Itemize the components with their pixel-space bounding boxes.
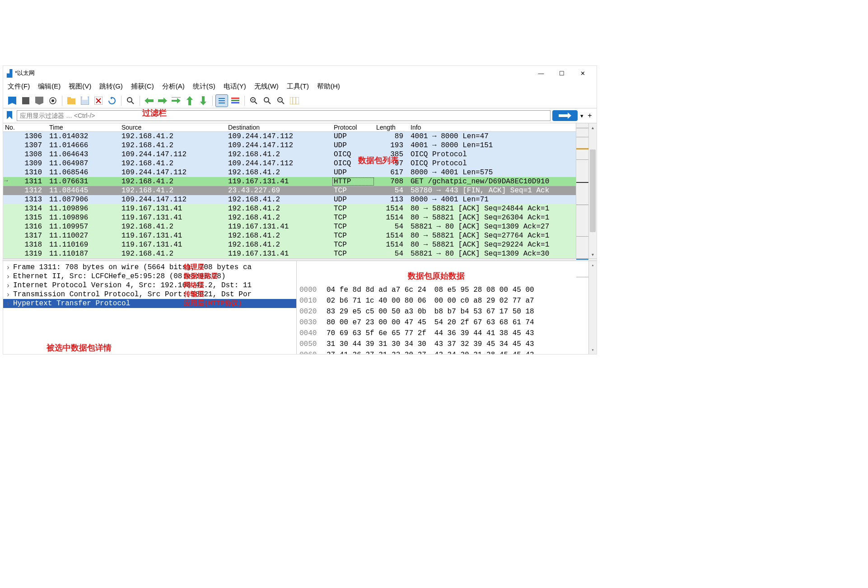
table-row[interactable]: 131911.110187192.168.41.2119.167.131.41T… [3,249,576,258]
table-row[interactable]: 131211.084645192.168.41.223.43.227.69TCP… [3,186,576,195]
resize-columns-icon[interactable] [288,94,301,107]
hex-row[interactable]: 001002 b6 71 1c 40 00 80 06 00 00 c0 a8 … [299,295,586,306]
col-header-time[interactable]: Time [47,123,120,131]
annotation-details: 被选中数据包详情 [47,342,112,353]
hex-row[interactable]: 000004 fe 8d 8d ad a7 6c 24 08 e5 95 28 … [299,285,586,295]
menu-capture[interactable]: 捕获(C) [131,82,154,91]
minimap[interactable] [576,123,588,258]
col-header-length[interactable]: Length [374,123,405,131]
minimize-button[interactable]: — [531,66,551,80]
hex-scrollbar[interactable]: ▴ ▾ [588,261,597,354]
scroll-up-icon[interactable]: ▴ [589,261,597,269]
menu-tools[interactable]: 工具(T) [287,82,309,91]
col-header-protocol[interactable]: Protocol [332,123,374,131]
svg-line-32 [282,102,284,104]
detail-row[interactable]: ›Frame 1311: 708 bytes on wire (5664 bit… [3,263,296,272]
colorize-icon[interactable] [229,94,242,107]
table-row[interactable]: 130811.064643109.244.147.112192.168.41.2… [3,150,576,159]
scroll-up-icon[interactable]: ▴ [589,123,597,131]
menu-wireless[interactable]: 无线(W) [254,82,279,91]
detail-row[interactable]: ›Transmission Control Protocol, Src Port… [3,290,296,299]
table-row[interactable]: 130711.014666192.168.41.2109.244.147.112… [3,141,576,150]
save-icon[interactable] [79,94,91,107]
caret-right-icon: › [6,273,10,281]
capture-options-icon[interactable] [47,94,59,107]
bookmark-icon[interactable] [6,111,15,120]
col-header-source[interactable]: Source [120,123,226,131]
filterbar: ▾ + 过滤栏 [3,108,597,123]
restart-capture-icon[interactable] [33,94,46,107]
display-filter-input[interactable] [17,110,551,121]
go-to-packet-icon[interactable] [170,94,182,107]
table-row[interactable]: 131811.110169119.167.131.41192.168.41.2T… [3,240,576,249]
go-back-icon[interactable] [143,94,155,107]
detail-text: Hypertext Transfer Protocol [13,299,130,308]
detail-row[interactable]: ›Hypertext Transfer Protocol应用层(HTTP协议) [3,299,296,308]
table-row[interactable]: 131611.109957192.168.41.2119.167.131.41T… [3,222,576,231]
table-row[interactable]: →131111.076631192.168.41.2119.167.131.41… [3,177,576,186]
zoom-in-icon[interactable] [247,94,260,107]
svg-rect-22 [231,98,239,99]
packet-list-scrollbar[interactable]: ▴ ▾ [588,123,597,258]
scroll-down-icon[interactable]: ▾ [589,250,597,258]
menu-help[interactable]: 帮助(H) [317,82,340,91]
svg-marker-18 [200,96,206,105]
menu-file[interactable]: 文件(F) [8,82,30,91]
table-row[interactable]: 131311.087906109.244.147.112192.168.41.2… [3,195,576,204]
hex-row[interactable]: 002083 29 e5 c5 00 50 a3 0b b8 b7 b4 53 … [299,306,586,317]
apply-filter-button[interactable] [552,110,578,121]
go-first-icon[interactable] [183,94,196,107]
table-row[interactable]: 130611.014032192.168.41.2109.244.147.112… [3,132,576,141]
add-filter-button[interactable]: + [586,112,594,120]
scrollbar-thumb[interactable] [590,149,596,232]
table-row[interactable]: 131511.109896119.167.131.41192.168.41.2T… [3,213,576,222]
current-packet-arrow-icon: → [4,177,8,184]
col-header-no[interactable]: No. [3,123,47,131]
go-forward-icon[interactable] [156,94,169,107]
start-capture-icon[interactable] [6,94,19,107]
packet-bytes[interactable]: 000004 fe 8d 8d ad a7 6c 24 08 e5 95 28 … [297,261,588,354]
detail-text: Internet Protocol Version 4, Src: 192.16… [13,281,252,289]
close-button[interactable]: ✕ [572,66,593,80]
detail-row[interactable]: ›Internet Protocol Version 4, Src: 192.1… [3,281,296,290]
find-icon[interactable] [124,94,137,107]
menu-analyze[interactable]: 分析(A) [162,82,185,91]
open-file-icon[interactable] [65,94,78,107]
maximize-button[interactable]: ☐ [551,66,572,80]
svg-line-30 [268,102,271,104]
hex-row[interactable]: 004070 69 63 5f 6e 65 77 2f 44 36 39 44 … [299,328,586,339]
col-header-destination[interactable]: Destination [226,123,332,131]
hex-row[interactable]: 005031 30 44 39 31 30 34 30 43 37 32 39 … [299,339,586,350]
close-file-icon[interactable] [92,94,105,107]
table-row[interactable]: 131411.109896119.167.131.41192.168.41.2T… [3,204,576,213]
reload-icon[interactable] [106,94,118,107]
menu-view[interactable]: 视图(V) [69,82,91,91]
menu-statistics[interactable]: 统计(S) [193,82,215,91]
svg-rect-1 [22,97,29,104]
filter-dropdown-icon[interactable]: ▾ [578,112,586,119]
scroll-down-icon[interactable]: ▾ [589,346,597,354]
menu-telephony[interactable]: 电话(Y) [224,82,246,91]
detail-row[interactable]: ›Ethernet II, Src: LCFCHefe_e5:95:28 (08… [3,272,296,281]
svg-marker-10 [110,97,112,99]
auto-scroll-icon[interactable] [215,94,228,107]
svg-marker-17 [187,96,193,105]
zoom-out-icon[interactable] [275,94,287,107]
menu-go[interactable]: 跳转(G) [99,82,123,91]
table-row[interactable]: 131711.110027119.167.131.41192.168.41.2T… [3,231,576,240]
zoom-reset-icon[interactable] [261,94,274,107]
svg-marker-14 [158,98,167,104]
hex-row[interactable]: 006037 41 36 37 31 32 30 37 43 34 30 31 … [299,350,586,354]
table-row[interactable]: 130911.064987192.168.41.2109.244.147.112… [3,159,576,168]
packet-list[interactable]: No. Time Source Destination Protocol Len… [3,123,576,258]
wireshark-window: ▟ *以太网 — ☐ ✕ 文件(F) 编辑(E) 视图(V) 跳转(G) 捕获(… [3,65,597,355]
caret-right-icon: › [6,300,10,308]
svg-marker-0 [8,97,16,105]
hex-row[interactable]: 003080 00 e7 23 00 00 47 45 54 20 2f 67 … [299,317,586,328]
go-last-icon[interactable] [197,94,210,107]
menu-edit[interactable]: 编辑(E) [38,82,61,91]
packet-details[interactable]: ›Frame 1311: 708 bytes on wire (5664 bit… [3,261,297,354]
stop-capture-icon[interactable] [19,94,32,107]
table-row[interactable]: 131011.068546109.244.147.112192.168.41.2… [3,168,576,177]
col-header-info[interactable]: Info [405,123,576,131]
